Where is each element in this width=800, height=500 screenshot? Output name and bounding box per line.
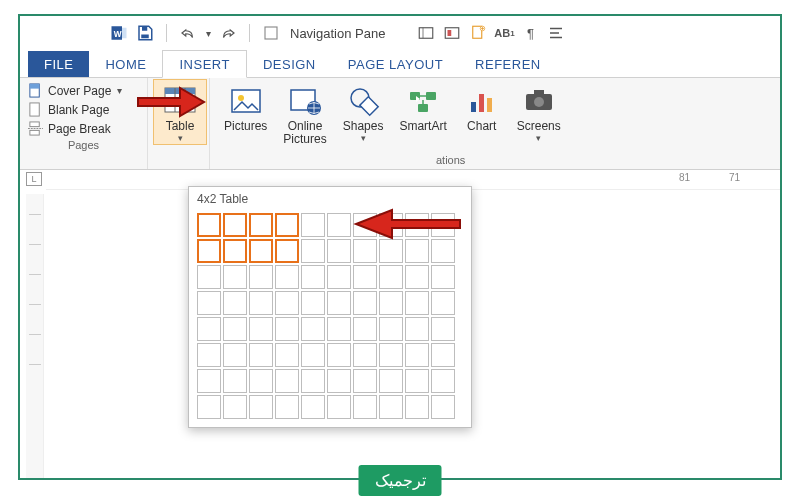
grid-cell[interactable] bbox=[405, 369, 429, 393]
grid-cell[interactable] bbox=[223, 239, 247, 263]
grid-cell[interactable] bbox=[353, 395, 377, 419]
grid-cell[interactable] bbox=[275, 395, 299, 419]
cover-page-button[interactable]: Cover Page ▾ bbox=[26, 82, 141, 99]
grid-cell[interactable] bbox=[327, 395, 351, 419]
grid-cell[interactable] bbox=[353, 213, 377, 237]
page-break-button[interactable]: Page Break bbox=[26, 120, 141, 137]
grid-cell[interactable] bbox=[197, 265, 221, 289]
checkbox-empty-icon[interactable] bbox=[262, 24, 280, 42]
save-icon[interactable] bbox=[136, 24, 154, 42]
grid-cell[interactable] bbox=[249, 369, 273, 393]
grid-cell[interactable] bbox=[223, 317, 247, 341]
grid-cell[interactable] bbox=[301, 239, 325, 263]
grid-cell[interactable] bbox=[327, 239, 351, 263]
tab-file[interactable]: FILE bbox=[28, 51, 89, 77]
grid-cell[interactable] bbox=[431, 343, 455, 367]
tab-page-layout[interactable]: PAGE LAYOUT bbox=[332, 51, 459, 77]
chart-button[interactable]: Chart bbox=[455, 80, 509, 152]
grid-cell[interactable] bbox=[223, 395, 247, 419]
spellcheck-icon[interactable]: AB1 bbox=[495, 24, 513, 42]
grid-cell[interactable] bbox=[379, 239, 403, 263]
smartart-button[interactable]: SmartArt bbox=[391, 80, 454, 152]
grid-cell[interactable] bbox=[353, 239, 377, 263]
grid-cell[interactable] bbox=[327, 265, 351, 289]
new-doc-icon[interactable] bbox=[469, 24, 487, 42]
grid-cell[interactable] bbox=[379, 291, 403, 315]
grid-cell[interactable] bbox=[431, 395, 455, 419]
tab-references[interactable]: REFEREN bbox=[459, 51, 545, 77]
grid-cell[interactable] bbox=[405, 343, 429, 367]
grid-cell[interactable] bbox=[431, 239, 455, 263]
grid-cell[interactable] bbox=[301, 317, 325, 341]
grid-cell[interactable] bbox=[249, 395, 273, 419]
shapes-button[interactable]: Shapes▾ bbox=[335, 80, 392, 152]
grid-cell[interactable] bbox=[405, 291, 429, 315]
grid-cell[interactable] bbox=[405, 213, 429, 237]
grid-cell[interactable] bbox=[249, 213, 273, 237]
grid-cell[interactable] bbox=[327, 343, 351, 367]
grid-cell[interactable] bbox=[275, 317, 299, 341]
grid-cell[interactable] bbox=[327, 291, 351, 315]
grid-cell[interactable] bbox=[197, 343, 221, 367]
grid-cell[interactable] bbox=[223, 265, 247, 289]
grid-cell[interactable] bbox=[249, 317, 273, 341]
grid-cell[interactable] bbox=[379, 265, 403, 289]
pictures-button[interactable]: Pictures bbox=[216, 80, 275, 152]
grid-cell[interactable] bbox=[327, 369, 351, 393]
grid-cell[interactable] bbox=[431, 317, 455, 341]
grid-cell[interactable] bbox=[275, 369, 299, 393]
grid-cell[interactable] bbox=[249, 343, 273, 367]
grid-cell[interactable] bbox=[223, 369, 247, 393]
tab-design[interactable]: DESIGN bbox=[247, 51, 332, 77]
grid-cell[interactable] bbox=[379, 395, 403, 419]
vertical-ruler[interactable] bbox=[26, 194, 44, 478]
grid-cell[interactable] bbox=[197, 369, 221, 393]
grid-cell[interactable] bbox=[327, 213, 351, 237]
grid-cell[interactable] bbox=[431, 369, 455, 393]
grid-cell[interactable] bbox=[301, 369, 325, 393]
grid-cell[interactable] bbox=[275, 291, 299, 315]
one-page-icon[interactable] bbox=[443, 24, 461, 42]
grid-cell[interactable] bbox=[275, 213, 299, 237]
grid-cell[interactable] bbox=[405, 265, 429, 289]
grid-cell[interactable] bbox=[405, 317, 429, 341]
grid-cell[interactable] bbox=[301, 395, 325, 419]
grid-cell[interactable] bbox=[431, 291, 455, 315]
undo-dropdown-icon[interactable]: ▾ bbox=[206, 28, 211, 39]
grid-cell[interactable] bbox=[249, 265, 273, 289]
grid-cell[interactable] bbox=[379, 343, 403, 367]
grid-cell[interactable] bbox=[197, 213, 221, 237]
undo-icon[interactable] bbox=[179, 24, 197, 42]
grid-cell[interactable] bbox=[353, 265, 377, 289]
grid-cell[interactable] bbox=[301, 265, 325, 289]
grid-cell[interactable] bbox=[379, 369, 403, 393]
grid-cell[interactable] bbox=[223, 343, 247, 367]
grid-cell[interactable] bbox=[379, 317, 403, 341]
align-icon[interactable] bbox=[547, 24, 565, 42]
grid-cell[interactable] bbox=[197, 291, 221, 315]
grid-cell[interactable] bbox=[197, 395, 221, 419]
blank-page-button[interactable]: Blank Page bbox=[26, 101, 141, 118]
table-size-grid[interactable] bbox=[189, 209, 471, 427]
grid-cell[interactable] bbox=[353, 369, 377, 393]
tab-insert[interactable]: INSERT bbox=[162, 50, 246, 78]
grid-cell[interactable] bbox=[197, 239, 221, 263]
page-width-icon[interactable] bbox=[417, 24, 435, 42]
tab-home[interactable]: HOME bbox=[89, 51, 162, 77]
grid-cell[interactable] bbox=[353, 343, 377, 367]
grid-cell[interactable] bbox=[301, 343, 325, 367]
grid-cell[interactable] bbox=[405, 395, 429, 419]
grid-cell[interactable] bbox=[223, 213, 247, 237]
grid-cell[interactable] bbox=[223, 291, 247, 315]
grid-cell[interactable] bbox=[275, 239, 299, 263]
grid-cell[interactable] bbox=[249, 291, 273, 315]
grid-cell[interactable] bbox=[327, 317, 351, 341]
insert-table-popup[interactable]: 4x2 Table bbox=[188, 186, 472, 428]
grid-cell[interactable] bbox=[197, 317, 221, 341]
screenshot-button[interactable]: Screens▾ bbox=[509, 80, 569, 152]
grid-cell[interactable] bbox=[405, 239, 429, 263]
paragraph-marks-icon[interactable]: ¶ bbox=[521, 24, 539, 42]
grid-cell[interactable] bbox=[353, 291, 377, 315]
grid-cell[interactable] bbox=[431, 265, 455, 289]
online-pictures-button[interactable]: OnlinePictures bbox=[275, 80, 334, 152]
